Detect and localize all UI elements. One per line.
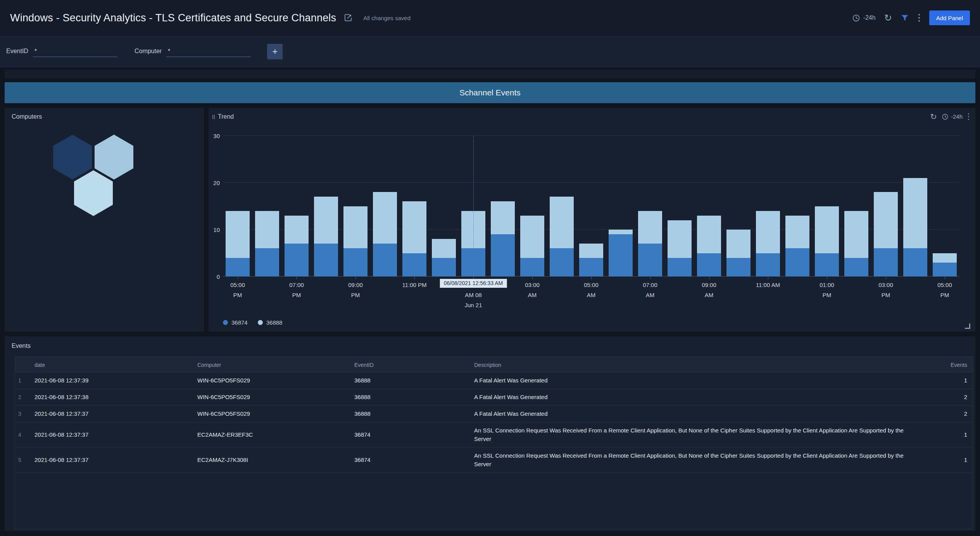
bar-segment-36874[interactable] — [638, 244, 662, 277]
col-header-description[interactable]: Description — [474, 357, 930, 373]
bar-segment-36888[interactable] — [550, 197, 574, 248]
bar-segment-36888[interactable] — [726, 230, 751, 258]
trend-time-range[interactable]: -24h — [942, 113, 963, 120]
table-row[interactable]: 12021-06-08 12:37:39WIN-6C5PO5FS02936888… — [15, 372, 973, 389]
refresh-icon[interactable]: ↻ — [884, 13, 892, 22]
bar-segment-36888[interactable] — [432, 239, 456, 258]
x-axis-label: 05:00PM — [937, 280, 952, 300]
bar-segment-36874[interactable] — [933, 263, 957, 277]
bar-segment-36888[interactable] — [609, 230, 633, 234]
computer-filter-input[interactable] — [166, 47, 251, 57]
chart-hover-line — [473, 136, 474, 277]
bar-segment-36888[interactable] — [874, 192, 898, 248]
cell-description: A Fatal Alert Was Generated — [474, 406, 930, 422]
bar-segment-36874[interactable] — [373, 244, 397, 277]
bar-segment-36874[interactable] — [255, 248, 279, 277]
bar-segment-36888[interactable] — [668, 220, 692, 258]
cell-computer: WIN-6C5PO5FS029 — [197, 372, 354, 389]
x-axis-tick — [238, 277, 238, 279]
cell-events: 2 — [930, 406, 973, 422]
bar-segment-36888[interactable] — [402, 201, 426, 253]
legend-item-36888[interactable]: 36888 — [258, 319, 283, 326]
bar-segment-36874[interactable] — [609, 234, 633, 277]
bar-segment-36888[interactable] — [579, 244, 603, 258]
bar-segment-36874[interactable] — [550, 248, 574, 277]
bar-segment-36888[interactable] — [815, 206, 839, 253]
trend-kebab-icon[interactable] — [967, 112, 970, 121]
hexagon-dark[interactable] — [53, 135, 92, 180]
bar-segment-36874[interactable] — [697, 253, 721, 277]
events-panel: Events date Computer EventID Description… — [5, 336, 975, 531]
cell-date: 2021-06-08 12:37:37 — [35, 452, 197, 468]
bar-segment-36888[interactable] — [343, 206, 368, 249]
row-number: 1 — [15, 372, 35, 389]
col-header-events[interactable]: Events — [930, 357, 973, 373]
bar-segment-36874[interactable] — [785, 248, 809, 277]
cell-eventid: 36888 — [354, 372, 474, 389]
bar-segment-36874[interactable] — [520, 258, 544, 277]
panel-drag-handle-icon[interactable] — [212, 115, 215, 119]
bar-segment-36888[interactable] — [285, 216, 309, 244]
table-row[interactable]: 42021-06-08 12:37:37EC2AMAZ-ER3EF3C36874… — [15, 422, 973, 448]
row-number: 2 — [15, 389, 35, 405]
hexagon-light-1[interactable] — [95, 135, 133, 180]
bar-segment-36874[interactable] — [874, 248, 898, 277]
filter-icon[interactable] — [901, 14, 909, 22]
bar-segment-36888[interactable] — [373, 192, 397, 244]
hexagon-light-2[interactable] — [74, 170, 113, 216]
share-icon[interactable] — [343, 13, 353, 23]
panel-resize-handle[interactable] — [965, 323, 970, 329]
eventid-filter-input[interactable] — [33, 47, 117, 57]
table-row[interactable]: 52021-06-08 12:37:37EC2AMAZ-J7K308I36874… — [15, 448, 973, 473]
bar-segment-36888[interactable] — [491, 201, 515, 234]
legend-item-36874[interactable]: 36874 — [223, 319, 248, 326]
x-axis-tick — [886, 277, 886, 279]
time-range-label: -24h — [863, 14, 876, 21]
bar-segment-36874[interactable] — [844, 258, 868, 277]
bar-segment-36874[interactable] — [343, 248, 368, 277]
bar-segment-36874[interactable] — [432, 258, 456, 277]
cell-description: A Fatal Alert Was Generated — [474, 372, 930, 389]
dashboard-time-range[interactable]: -24h — [852, 14, 876, 22]
bar-segment-36874[interactable] — [815, 253, 839, 277]
bar-segment-36888[interactable] — [933, 253, 957, 263]
bar-segment-36874[interactable] — [726, 258, 751, 277]
x-axis-tick — [709, 277, 709, 279]
bar-segment-36874[interactable] — [402, 253, 426, 277]
table-row[interactable]: 32021-06-08 12:37:37WIN-6C5PO5FS02936888… — [15, 406, 973, 422]
table-row[interactable]: 22021-06-08 12:37:38WIN-6C5PO5FS02936888… — [15, 389, 973, 406]
col-header-date[interactable]: date — [35, 357, 197, 373]
add-filter-button[interactable]: + — [267, 44, 283, 59]
bar-segment-36888[interactable] — [520, 216, 544, 258]
bar-segment-36874[interactable] — [226, 258, 250, 277]
legend-dot-icon — [223, 320, 228, 325]
legend-label: 36874 — [231, 319, 248, 326]
add-panel-button[interactable]: Add Panel — [929, 10, 970, 25]
bar-segment-36874[interactable] — [756, 253, 780, 277]
section-banner-title: Schannel Events — [459, 88, 521, 97]
bar-segment-36874[interactable] — [491, 234, 515, 277]
col-header-computer[interactable]: Computer — [197, 357, 354, 373]
kebab-menu-icon[interactable] — [918, 13, 921, 22]
bar-segment-36874[interactable] — [903, 248, 927, 277]
bar-segment-36888[interactable] — [844, 211, 868, 258]
trend-plot: 010203005:00PM07:00PM09:00PM11:00 PM AM … — [223, 136, 959, 277]
bar-segment-36874[interactable] — [314, 244, 338, 277]
bar-segment-36888[interactable] — [756, 211, 780, 253]
bar-segment-36874[interactable] — [579, 258, 603, 277]
trend-refresh-icon[interactable]: ↻ — [930, 112, 937, 121]
bar-segment-36874[interactable] — [668, 258, 692, 277]
bar-segment-36888[interactable] — [314, 197, 338, 244]
bar-segment-36874[interactable] — [285, 244, 309, 277]
cell-date: 2021-06-08 12:37:37 — [35, 406, 197, 422]
bar-segment-36888[interactable] — [903, 178, 927, 249]
bar-segment-36888[interactable] — [226, 211, 250, 258]
cell-computer: EC2AMAZ-J7K308I — [197, 452, 354, 468]
bar-segment-36888[interactable] — [785, 216, 809, 249]
computer-filter-label: Computer — [135, 48, 162, 57]
bar-segment-36888[interactable] — [697, 216, 721, 253]
col-header-eventid[interactable]: EventID — [354, 357, 474, 373]
bar-segment-36888[interactable] — [638, 211, 662, 244]
bar-segment-36888[interactable] — [255, 211, 279, 249]
x-axis-label: 03:00PM — [878, 280, 893, 300]
